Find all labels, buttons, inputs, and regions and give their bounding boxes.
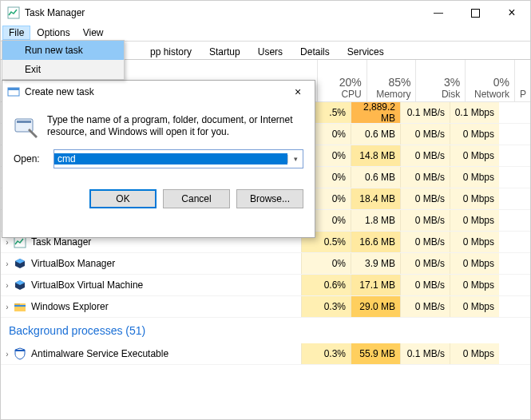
close-button[interactable]: × bbox=[493, 1, 530, 25]
pwr-label: P bbox=[520, 89, 525, 100]
titlebar: Task Manager — × bbox=[1, 1, 530, 25]
open-input[interactable] bbox=[54, 153, 287, 164]
process-name: VirtualBox Manager bbox=[14, 257, 301, 270]
run-dialog: Create new task × Type the name of a pro… bbox=[2, 80, 315, 238]
process-name: Antimalware Service Executable bbox=[14, 347, 301, 360]
network-cell: 0 Mbps bbox=[450, 343, 499, 364]
browse-button[interactable]: Browse... bbox=[236, 189, 303, 208]
cpu-cell: 0.6% bbox=[301, 275, 351, 295]
svg-rect-13 bbox=[15, 350, 25, 351]
run-icon bbox=[14, 114, 39, 140]
column-disk[interactable]: 3%Disk bbox=[415, 60, 465, 101]
memory-cell: 17.1 MB bbox=[351, 275, 400, 295]
menu-file[interactable]: File bbox=[2, 26, 30, 40]
tab-users[interactable]: Users bbox=[249, 42, 291, 59]
process-name: VirtualBox Virtual Machine bbox=[14, 279, 301, 291]
expand-icon[interactable]: › bbox=[1, 260, 14, 268]
memory-cell: 0.6 MB bbox=[351, 124, 400, 145]
disk-cell: 0 MB/s bbox=[400, 167, 450, 188]
disk-cell: 0 MB/s bbox=[400, 253, 450, 274]
memory-cell: 16.6 MB bbox=[351, 232, 400, 252]
minimize-button[interactable]: — bbox=[420, 1, 457, 25]
memory-cell: 1.8 MB bbox=[351, 210, 400, 231]
tab-startup[interactable]: Startup bbox=[200, 42, 249, 59]
menu-run-new-task[interactable]: Run new task bbox=[2, 41, 124, 60]
tab-services[interactable]: Services bbox=[339, 42, 393, 59]
memory-cell: 0.6 MB bbox=[351, 167, 400, 188]
dialog-title-icon bbox=[7, 85, 20, 98]
cpu-cell: 0.3% bbox=[301, 343, 351, 364]
menubar: File Options View bbox=[1, 25, 530, 42]
open-label: Open: bbox=[14, 153, 53, 164]
cpu-cell: 0.3% bbox=[301, 296, 351, 317]
menu-exit[interactable]: Exit bbox=[2, 60, 124, 79]
app-icon bbox=[14, 300, 26, 313]
cpu-pct: 20% bbox=[323, 76, 362, 89]
column-power[interactable]: P bbox=[514, 60, 530, 101]
disk-cell: 0 MB/s bbox=[400, 124, 450, 145]
column-network[interactable]: 0%Network bbox=[465, 60, 514, 101]
disk-cell: 0.1 MB/s bbox=[400, 343, 450, 364]
app-icon bbox=[14, 257, 26, 270]
cpu-cell: 0% bbox=[301, 253, 351, 274]
file-menu-dropdown: Run new task Exit bbox=[2, 40, 125, 80]
table-row[interactable]: ›VirtualBox Manager0%3.9 MB0 MB/s0 Mbps bbox=[1, 253, 530, 275]
disk-cell: 0 MB/s bbox=[400, 145, 450, 166]
network-cell: 0 Mbps bbox=[450, 232, 499, 252]
svg-rect-1 bbox=[471, 9, 479, 17]
network-cell: 0 Mbps bbox=[450, 253, 499, 274]
menu-options[interactable]: Options bbox=[30, 26, 76, 40]
cancel-button[interactable]: Cancel bbox=[163, 189, 230, 208]
chevron-down-icon[interactable]: ▾ bbox=[287, 155, 303, 163]
expand-icon[interactable]: › bbox=[1, 350, 14, 359]
expand-icon[interactable]: › bbox=[1, 281, 14, 290]
network-cell: 0 Mbps bbox=[450, 296, 499, 317]
memory-cell: 55.9 MB bbox=[351, 343, 400, 364]
dsk-label: Disk bbox=[421, 89, 460, 100]
table-row[interactable]: ›VirtualBox Virtual Machine0.6%17.1 MB0 … bbox=[1, 275, 530, 296]
memory-cell: 14.8 MB bbox=[351, 145, 400, 166]
cpu-label: CPU bbox=[323, 89, 362, 100]
background-rows: ›Antimalware Service Executable0.3%55.9 … bbox=[1, 343, 530, 365]
maximize-button[interactable] bbox=[457, 1, 493, 25]
tab-details[interactable]: Details bbox=[291, 42, 339, 59]
app-icon bbox=[14, 347, 26, 360]
column-memory[interactable]: 85%Memory bbox=[367, 60, 416, 101]
expand-icon[interactable]: › bbox=[1, 303, 14, 311]
dialog-close-button[interactable]: × bbox=[286, 85, 310, 98]
svg-rect-15 bbox=[8, 88, 19, 90]
disk-cell: 0 MB/s bbox=[400, 210, 450, 231]
disk-cell: 0 MB/s bbox=[400, 188, 450, 209]
app-icon bbox=[14, 279, 26, 291]
task-manager-icon bbox=[7, 6, 20, 19]
window-title: Task Manager bbox=[25, 7, 420, 18]
mem-label: Memory bbox=[372, 89, 411, 100]
table-row[interactable]: ›Antimalware Service Executable0.3%55.9 … bbox=[1, 343, 530, 365]
dsk-pct: 3% bbox=[421, 76, 460, 89]
disk-cell: 0 MB/s bbox=[400, 296, 450, 317]
memory-cell: 3.9 MB bbox=[351, 253, 400, 274]
memory-cell: 18.4 MB bbox=[351, 188, 400, 209]
network-cell: 0.1 Mbps bbox=[450, 102, 499, 123]
dialog-titlebar: Create new task × bbox=[2, 81, 315, 103]
ok-button[interactable]: OK bbox=[89, 189, 157, 208]
background-section-header: Background processes (51) bbox=[1, 318, 530, 343]
net-pct: 0% bbox=[470, 76, 509, 89]
disk-cell: 0 MB/s bbox=[400, 275, 450, 295]
disk-cell: 0.1 MB/s bbox=[400, 102, 450, 123]
network-cell: 0 Mbps bbox=[450, 167, 499, 188]
open-combobox[interactable]: ▾ bbox=[53, 149, 303, 168]
menu-view[interactable]: View bbox=[77, 26, 110, 40]
svg-rect-12 bbox=[14, 305, 26, 307]
process-name: Windows Explorer bbox=[14, 300, 301, 313]
dialog-text: Type the name of a program, folder, docu… bbox=[47, 114, 303, 140]
expand-icon[interactable]: › bbox=[1, 238, 14, 247]
column-cpu[interactable]: 20%CPU bbox=[317, 60, 367, 101]
tab-app-history[interactable]: pp history bbox=[141, 42, 200, 59]
mem-pct: 85% bbox=[372, 76, 411, 89]
net-label: Network bbox=[470, 89, 509, 100]
network-cell: 0 Mbps bbox=[450, 188, 499, 209]
memory-cell: 29.0 MB bbox=[351, 296, 400, 317]
memory-cell: 2,889.2 MB bbox=[351, 102, 400, 123]
table-row[interactable]: ›Windows Explorer0.3%29.0 MB0 MB/s0 Mbps bbox=[1, 296, 530, 318]
